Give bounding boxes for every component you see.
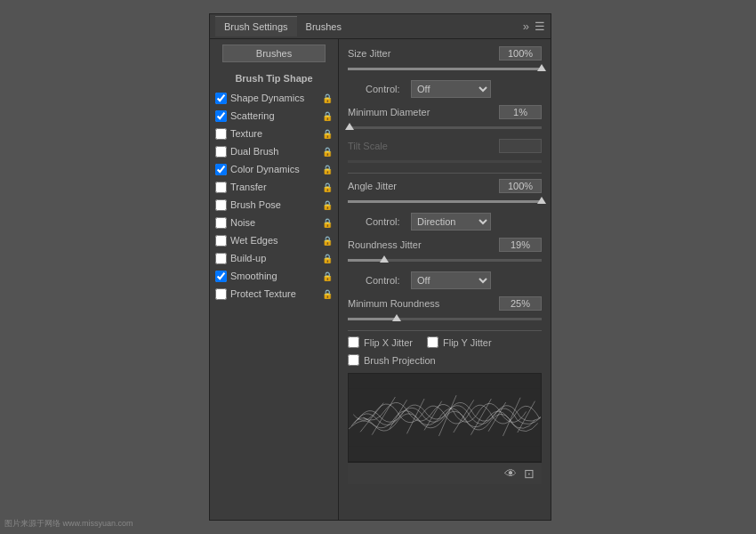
scattering-checkbox[interactable] xyxy=(215,110,227,122)
brush-projection-checkbox[interactable] xyxy=(348,354,359,366)
dual-brush-label: Dual Brush xyxy=(230,146,322,157)
min-diameter-thumb[interactable] xyxy=(345,123,354,130)
forward-icon[interactable]: » xyxy=(523,20,529,33)
roundness-jitter-value[interactable] xyxy=(499,238,542,252)
lock-icon-4: 🔒 xyxy=(322,165,333,174)
lock-icon-8: 🔒 xyxy=(322,236,333,246)
brush-pose-label: Brush Pose xyxy=(230,199,322,210)
smoothing-label: Smoothing xyxy=(230,271,322,281)
color-dynamics-checkbox[interactable] xyxy=(215,164,227,175)
roundness-jitter-row: Roundness Jitter xyxy=(348,238,542,252)
sidebar-item-brush-pose[interactable]: Brush Pose 🔒 xyxy=(210,196,338,214)
sidebar-heading: Brush Tip Shape xyxy=(210,69,338,89)
brushes-button[interactable]: Brushes xyxy=(222,44,325,62)
tilt-scale-value xyxy=(499,139,542,153)
lock-icon-7: 🔒 xyxy=(322,218,333,228)
min-diameter-track xyxy=(348,126,542,129)
angle-jitter-value[interactable] xyxy=(499,179,542,193)
control1-label: Control: xyxy=(366,84,406,94)
control3-row: Control: Off Fade Pen Pressure xyxy=(348,271,542,289)
divider-1 xyxy=(348,173,542,174)
menu-icon[interactable]: ☰ xyxy=(535,20,545,33)
tab-brushes[interactable]: Brushes xyxy=(297,17,350,36)
size-jitter-row: Size Jitter xyxy=(348,46,542,61)
protect-texture-checkbox[interactable] xyxy=(215,288,227,300)
tilt-scale-slider xyxy=(348,157,542,167)
control2-select[interactable]: Off Direction Fade Pen Pressure Pen Tilt xyxy=(411,213,491,231)
eye-icon[interactable]: 👁 xyxy=(504,466,517,481)
panel-body: Brushes Brush Tip Shape Shape Dynamics 🔒… xyxy=(210,39,551,520)
min-roundness-label: Minimum Roundness xyxy=(348,298,499,309)
min-roundness-thumb[interactable] xyxy=(392,314,401,321)
sidebar: Brushes Brush Tip Shape Shape Dynamics 🔒… xyxy=(210,39,339,520)
size-jitter-label: Size Jitter xyxy=(348,48,499,59)
scattering-label: Scattering xyxy=(230,110,322,121)
lock-icon-11: 🔒 xyxy=(322,289,333,299)
tilt-scale-label: Tilt Scale xyxy=(348,141,499,151)
noise-checkbox[interactable] xyxy=(215,217,227,229)
texture-label: Texture xyxy=(230,128,322,139)
wet-edges-checkbox[interactable] xyxy=(215,235,227,247)
size-jitter-slider[interactable] xyxy=(348,64,542,75)
flip-y-row: Flip Y Jitter xyxy=(427,336,492,348)
flip-y-checkbox[interactable] xyxy=(427,336,438,348)
sidebar-item-build-up[interactable]: Build-up 🔒 xyxy=(210,249,338,267)
sidebar-item-shape-dynamics[interactable]: Shape Dynamics 🔒 xyxy=(210,89,338,107)
control3-select[interactable]: Off Fade Pen Pressure xyxy=(411,271,491,289)
angle-jitter-fill xyxy=(348,200,542,203)
protect-texture-label: Protect Texture xyxy=(230,288,322,299)
flip-x-checkbox[interactable] xyxy=(348,336,359,348)
transfer-checkbox[interactable] xyxy=(215,182,227,193)
sidebar-item-color-dynamics[interactable]: Color Dynamics 🔒 xyxy=(210,160,338,178)
sidebar-item-texture[interactable]: Texture 🔒 xyxy=(210,125,338,142)
flip-y-label: Flip Y Jitter xyxy=(443,337,492,348)
roundness-jitter-slider[interactable] xyxy=(348,255,542,266)
copy-icon[interactable]: ⊡ xyxy=(524,466,535,481)
brush-projection-label: Brush Projection xyxy=(364,355,436,366)
sidebar-item-noise[interactable]: Noise 🔒 xyxy=(210,214,338,231)
angle-jitter-slider[interactable] xyxy=(348,197,542,207)
size-jitter-value[interactable] xyxy=(499,46,542,61)
min-roundness-value[interactable] xyxy=(499,296,542,311)
shape-dynamics-checkbox[interactable] xyxy=(215,93,227,104)
sidebar-item-wet-edges[interactable]: Wet Edges 🔒 xyxy=(210,231,338,249)
roundness-jitter-thumb[interactable] xyxy=(380,255,389,263)
lock-icon-9: 🔒 xyxy=(322,254,333,263)
preview-svg xyxy=(349,374,541,461)
panel-tab-icons: » ☰ xyxy=(523,20,545,33)
lock-icon-3: 🔒 xyxy=(322,147,333,157)
control2-row: Control: Off Direction Fade Pen Pressure… xyxy=(348,213,542,231)
build-up-checkbox[interactable] xyxy=(215,253,227,264)
control1-row: Control: Off Fade Pen Pressure Pen Tilt xyxy=(348,80,542,98)
min-diameter-row: Minimum Diameter xyxy=(348,105,542,119)
sidebar-item-scattering[interactable]: Scattering 🔒 xyxy=(210,107,338,125)
sidebar-item-protect-texture[interactable]: Protect Texture 🔒 xyxy=(210,285,338,303)
brush-pose-checkbox[interactable] xyxy=(215,199,227,211)
angle-jitter-label: Angle Jitter xyxy=(348,181,499,191)
control1-select[interactable]: Off Fade Pen Pressure Pen Tilt xyxy=(411,80,491,98)
min-roundness-slider[interactable] xyxy=(348,314,542,325)
noise-label: Noise xyxy=(230,217,322,228)
min-diameter-slider[interactable] xyxy=(348,123,542,134)
color-dynamics-label: Color Dynamics xyxy=(230,164,322,174)
sidebar-item-smoothing[interactable]: Smoothing 🔒 xyxy=(210,267,338,285)
roundness-jitter-fill xyxy=(348,259,384,262)
lock-icon-5: 🔒 xyxy=(322,182,333,192)
sidebar-item-dual-brush[interactable]: Dual Brush 🔒 xyxy=(210,142,338,160)
brush-preview xyxy=(348,373,542,462)
smoothing-checkbox[interactable] xyxy=(215,271,227,282)
size-jitter-thumb[interactable] xyxy=(537,64,546,71)
roundness-jitter-label: Roundness Jitter xyxy=(348,239,499,250)
tab-brush-settings[interactable]: Brush Settings xyxy=(215,16,297,36)
sidebar-item-transfer[interactable]: Transfer 🔒 xyxy=(210,178,338,196)
flip-x-label: Flip X Jitter xyxy=(364,337,413,348)
dual-brush-checkbox[interactable] xyxy=(215,146,227,158)
min-diameter-value[interactable] xyxy=(499,105,542,119)
flip-x-row: Flip X Jitter xyxy=(348,336,413,348)
angle-jitter-thumb[interactable] xyxy=(537,197,546,204)
texture-checkbox[interactable] xyxy=(215,128,227,140)
control3-label: Control: xyxy=(366,275,406,286)
size-jitter-fill xyxy=(348,68,542,70)
shape-dynamics-label: Shape Dynamics xyxy=(230,93,322,103)
watermark: 图片来源于网络 www.missyuan.com xyxy=(4,518,133,530)
